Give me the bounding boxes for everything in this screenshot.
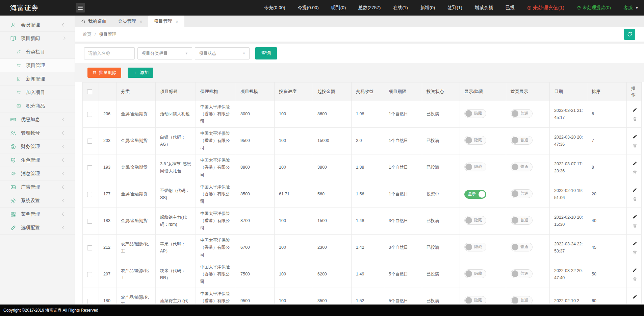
- delete-icon[interactable]: [633, 303, 637, 304]
- topbar-stat[interactable]: 签到(1): [447, 5, 462, 11]
- sidebar-subitem-加入项目[interactable]: 加入项目: [0, 86, 75, 99]
- chevron-left-icon: [62, 199, 66, 202]
- row-checkbox[interactable]: [87, 139, 92, 144]
- row-status: 已投满: [422, 154, 460, 181]
- row-duration: 1个自然日: [384, 128, 422, 154]
- sidebar-item-系统设置[interactable]: 系统设置: [0, 194, 75, 208]
- delete-icon[interactable]: [633, 117, 637, 121]
- breadcrumb-current: 项目管理: [99, 31, 117, 38]
- row-checkbox[interactable]: [87, 245, 92, 250]
- delete-icon[interactable]: [633, 223, 637, 228]
- row-operations: [627, 128, 642, 154]
- topbar-stat[interactable]: 总数(2757): [358, 5, 381, 11]
- edit-icon[interactable]: [633, 161, 637, 166]
- topbar-stat[interactable]: 已投: [506, 5, 515, 11]
- sidebar-item-消息管理[interactable]: 消息管理: [0, 167, 75, 180]
- visibility-toggle[interactable]: 隐藏: [464, 296, 486, 303]
- edit-icon[interactable]: [633, 241, 637, 246]
- sidebar-item-label: 积分商品: [26, 103, 45, 109]
- row-checkbox[interactable]: [87, 165, 92, 170]
- sidebar-item-菜单管理[interactable]: 菜单管理: [0, 208, 75, 221]
- user-icon: [10, 22, 16, 28]
- visibility-toggle[interactable]: 隐藏: [464, 109, 486, 118]
- delete-icon[interactable]: [633, 277, 637, 282]
- home-display-toggle[interactable]: 普通: [511, 136, 533, 145]
- yen-icon: [10, 144, 16, 150]
- home-display-toggle[interactable]: 普通: [511, 216, 533, 225]
- home-display-toggle[interactable]: 普通: [511, 109, 533, 118]
- delete-icon[interactable]: [633, 197, 637, 201]
- delete-icon[interactable]: [633, 250, 637, 255]
- name-search-input[interactable]: [84, 47, 135, 59]
- customer-service-label: 客服: [623, 5, 633, 11]
- breadcrumb-home[interactable]: 首页: [83, 31, 92, 38]
- sidebar-item-项目新闻[interactable]: 项目新闻: [0, 32, 75, 45]
- unprocessed-recharge-alert[interactable]: 未处理充值(1): [527, 5, 564, 11]
- customer-service-menu[interactable]: 客服 ▼: [623, 5, 639, 11]
- home-display-toggle[interactable]: 普通: [511, 269, 533, 278]
- sidebar-subitem-项目管理[interactable]: 项目管理: [0, 59, 75, 72]
- visibility-toggle[interactable]: 隐藏: [464, 163, 486, 171]
- row-checkbox[interactable]: [87, 219, 92, 224]
- topbar-stat[interactable]: 今提(0.00): [298, 5, 318, 11]
- edit-icon[interactable]: [633, 134, 637, 139]
- batch-delete-button[interactable]: 批量删除: [87, 68, 121, 78]
- toggle-label: 普通: [520, 297, 528, 303]
- topbar-stat[interactable]: 增减余额: [475, 5, 493, 11]
- topbar-stat[interactable]: 今充(0.00): [264, 5, 285, 11]
- sidebar-toggle-button[interactable]: [76, 3, 85, 13]
- search-button[interactable]: 查询: [255, 47, 277, 59]
- sidebar-item-广告管理[interactable]: 广告管理: [0, 180, 75, 194]
- visibility-toggle[interactable]: 隐藏: [464, 136, 486, 145]
- visibility-toggle[interactable]: 隐藏: [464, 243, 486, 251]
- visibility-toggle[interactable]: 显示: [464, 190, 486, 199]
- toggle-label: 普通: [520, 110, 528, 117]
- row-scale: 7500: [236, 261, 275, 288]
- home-display-toggle[interactable]: 普通: [511, 163, 533, 171]
- tab-我的桌面[interactable]: 我的桌面: [75, 16, 112, 27]
- status-select[interactable]: 项目状态 ▼: [195, 47, 250, 59]
- row-checkbox[interactable]: [87, 112, 92, 117]
- edit-icon[interactable]: [633, 294, 637, 299]
- edit-icon[interactable]: [633, 188, 637, 192]
- tab-close-icon[interactable]: ×: [176, 19, 179, 24]
- delete-icon[interactable]: [633, 143, 637, 148]
- sidebar-subitem-新闻管理[interactable]: 新闻管理: [0, 72, 75, 86]
- sidebar-item-会员管理[interactable]: 会员管理: [0, 18, 75, 32]
- home-display-toggle[interactable]: 普通: [511, 243, 533, 251]
- topbar-stat[interactable]: 在线(1): [393, 5, 408, 11]
- tab-close-icon[interactable]: ×: [139, 19, 143, 24]
- edit-icon[interactable]: [633, 107, 637, 112]
- add-button[interactable]: ＋ 添加: [128, 68, 153, 78]
- delete-icon[interactable]: [633, 170, 637, 175]
- shield-icon: [10, 157, 16, 163]
- row-checkbox[interactable]: [87, 272, 92, 277]
- edit-icon[interactable]: [633, 268, 637, 272]
- batch-delete-label: 批量删除: [99, 70, 117, 76]
- home-display-toggle[interactable]: 普通: [511, 296, 533, 303]
- chevron-left-icon: [62, 186, 66, 189]
- tab-项目管理[interactable]: 项目管理×: [148, 16, 184, 27]
- sidebar-item-角色管理[interactable]: 角色管理: [0, 153, 75, 167]
- sidebar-item-财务管理[interactable]: 财务管理: [0, 140, 75, 153]
- row-checkbox[interactable]: [87, 299, 92, 303]
- row-profit: 2.0: [352, 128, 384, 154]
- visibility-toggle[interactable]: 隐藏: [464, 216, 486, 225]
- sidebar-item-优惠加息[interactable]: 优惠加息: [0, 113, 75, 126]
- refresh-button[interactable]: [624, 29, 635, 40]
- sidebar-subitem-分类栏目[interactable]: 分类栏目: [0, 45, 75, 59]
- visibility-toggle[interactable]: 隐藏: [464, 269, 486, 278]
- home-display-toggle[interactable]: 普通: [511, 189, 533, 198]
- edit-icon[interactable]: [633, 214, 637, 219]
- category-select[interactable]: 项目分类栏目 ▼: [137, 47, 192, 59]
- toggle-knob: [465, 297, 472, 303]
- select-all-checkbox[interactable]: [87, 89, 92, 94]
- topbar-stat[interactable]: 明到(0): [331, 5, 346, 11]
- sidebar-subitem-积分商品[interactable]: 积分商品: [0, 99, 75, 113]
- tab-会员管理[interactable]: 会员管理×: [112, 16, 148, 27]
- sidebar-item-选项配置[interactable]: 选项配置: [0, 221, 75, 235]
- topbar-stat[interactable]: 新增(0): [420, 5, 435, 11]
- sidebar-item-管理帐号[interactable]: 管理帐号: [0, 126, 75, 140]
- unprocessed-withdraw-alert[interactable]: 未处理提款(0): [577, 5, 611, 11]
- row-checkbox[interactable]: [87, 192, 92, 197]
